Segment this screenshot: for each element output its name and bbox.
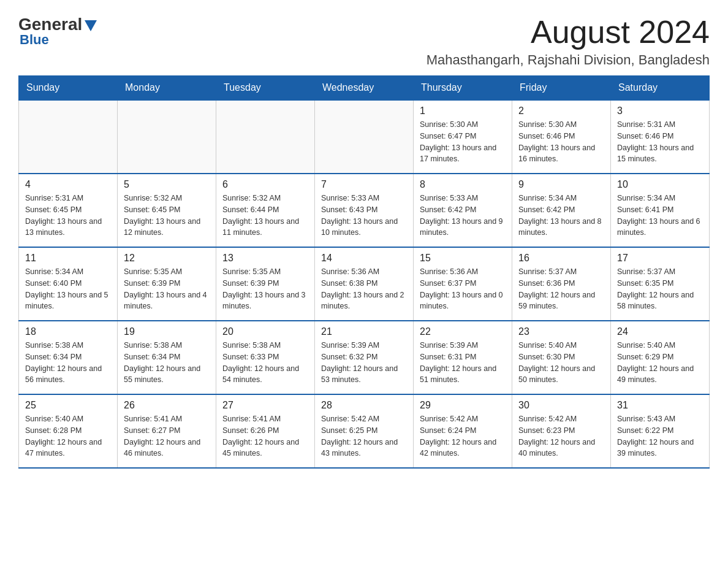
calendar-cell: [118, 100, 216, 174]
calendar-cell: 6Sunrise: 5:32 AM Sunset: 6:44 PM Daylig…: [216, 174, 315, 247]
day-number: 20: [222, 326, 308, 337]
page-header: General Blue August 2024 Mahasthangarh, …: [18, 15, 710, 68]
day-info: Sunrise: 5:40 AM Sunset: 6:30 PM Dayligh…: [518, 340, 604, 386]
calendar-cell: 26Sunrise: 5:41 AM Sunset: 6:27 PM Dayli…: [118, 394, 216, 468]
day-info: Sunrise: 5:38 AM Sunset: 6:34 PM Dayligh…: [124, 340, 210, 386]
day-number: 2: [518, 105, 604, 117]
day-info: Sunrise: 5:40 AM Sunset: 6:29 PM Dayligh…: [617, 340, 703, 386]
day-number: 30: [518, 400, 604, 411]
day-number: 1: [420, 105, 506, 117]
calendar-header-wednesday: Wednesday: [315, 76, 414, 101]
day-info: Sunrise: 5:30 AM Sunset: 6:46 PM Dayligh…: [518, 119, 604, 165]
calendar-cell: 10Sunrise: 5:34 AM Sunset: 6:41 PM Dayli…: [611, 174, 710, 247]
day-number: 31: [617, 400, 703, 411]
calendar-week-row: 4Sunrise: 5:31 AM Sunset: 6:45 PM Daylig…: [19, 174, 710, 247]
calendar-cell: 28Sunrise: 5:42 AM Sunset: 6:25 PM Dayli…: [315, 394, 414, 468]
day-info: Sunrise: 5:34 AM Sunset: 6:40 PM Dayligh…: [25, 266, 111, 312]
calendar-cell: [315, 100, 414, 174]
day-number: 14: [321, 253, 407, 264]
day-number: 9: [518, 179, 604, 190]
calendar-cell: 5Sunrise: 5:32 AM Sunset: 6:45 PM Daylig…: [118, 174, 216, 247]
day-number: 8: [420, 179, 506, 190]
day-info: Sunrise: 5:39 AM Sunset: 6:32 PM Dayligh…: [321, 340, 407, 386]
day-number: 10: [617, 179, 703, 190]
day-number: 19: [124, 326, 210, 337]
day-info: Sunrise: 5:41 AM Sunset: 6:26 PM Dayligh…: [222, 413, 308, 459]
calendar-week-row: 1Sunrise: 5:30 AM Sunset: 6:47 PM Daylig…: [19, 100, 710, 174]
calendar-cell: 31Sunrise: 5:43 AM Sunset: 6:22 PM Dayli…: [611, 394, 710, 468]
calendar-cell: 12Sunrise: 5:35 AM Sunset: 6:39 PM Dayli…: [118, 247, 216, 321]
day-number: 16: [518, 253, 604, 264]
day-info: Sunrise: 5:42 AM Sunset: 6:23 PM Dayligh…: [518, 413, 604, 459]
day-number: 3: [617, 105, 703, 117]
day-number: 27: [222, 400, 308, 411]
day-number: 28: [321, 400, 407, 411]
day-info: Sunrise: 5:31 AM Sunset: 6:46 PM Dayligh…: [617, 119, 703, 165]
calendar-cell: 25Sunrise: 5:40 AM Sunset: 6:28 PM Dayli…: [19, 394, 118, 468]
calendar-header-monday: Monday: [118, 76, 216, 101]
day-info: Sunrise: 5:35 AM Sunset: 6:39 PM Dayligh…: [124, 266, 210, 312]
calendar-cell: 15Sunrise: 5:36 AM Sunset: 6:37 PM Dayli…: [414, 247, 512, 321]
calendar-cell: 22Sunrise: 5:39 AM Sunset: 6:31 PM Dayli…: [414, 321, 512, 394]
calendar-cell: 16Sunrise: 5:37 AM Sunset: 6:36 PM Dayli…: [512, 247, 611, 321]
day-info: Sunrise: 5:41 AM Sunset: 6:27 PM Dayligh…: [124, 413, 210, 459]
calendar-cell: [19, 100, 118, 174]
day-info: Sunrise: 5:33 AM Sunset: 6:42 PM Dayligh…: [420, 193, 506, 239]
calendar-cell: 29Sunrise: 5:42 AM Sunset: 6:24 PM Dayli…: [414, 394, 512, 468]
day-number: 21: [321, 326, 407, 337]
calendar-cell: 27Sunrise: 5:41 AM Sunset: 6:26 PM Dayli…: [216, 394, 315, 468]
month-year-title: August 2024: [427, 15, 710, 50]
title-block: August 2024 Mahasthangarh, Rajshahi Divi…: [427, 15, 710, 68]
calendar-cell: [216, 100, 315, 174]
day-number: 6: [222, 179, 308, 190]
day-info: Sunrise: 5:32 AM Sunset: 6:45 PM Dayligh…: [124, 193, 210, 239]
day-info: Sunrise: 5:40 AM Sunset: 6:28 PM Dayligh…: [25, 413, 111, 459]
day-number: 7: [321, 179, 407, 190]
day-number: 12: [124, 253, 210, 264]
day-number: 18: [25, 326, 111, 337]
calendar-cell: 13Sunrise: 5:35 AM Sunset: 6:39 PM Dayli…: [216, 247, 315, 321]
location-subtitle: Mahasthangarh, Rajshahi Division, Bangla…: [427, 52, 710, 68]
day-number: 23: [518, 326, 604, 337]
calendar-cell: 19Sunrise: 5:38 AM Sunset: 6:34 PM Dayli…: [118, 321, 216, 394]
calendar-cell: 24Sunrise: 5:40 AM Sunset: 6:29 PM Dayli…: [611, 321, 710, 394]
calendar-week-row: 11Sunrise: 5:34 AM Sunset: 6:40 PM Dayli…: [19, 247, 710, 321]
day-info: Sunrise: 5:34 AM Sunset: 6:42 PM Dayligh…: [518, 193, 604, 239]
logo-blue-text: Blue: [18, 32, 49, 48]
day-info: Sunrise: 5:36 AM Sunset: 6:38 PM Dayligh…: [321, 266, 407, 312]
calendar-cell: 17Sunrise: 5:37 AM Sunset: 6:35 PM Dayli…: [611, 247, 710, 321]
calendar-cell: 7Sunrise: 5:33 AM Sunset: 6:43 PM Daylig…: [315, 174, 414, 247]
day-number: 5: [124, 179, 210, 190]
day-number: 22: [420, 326, 506, 337]
day-info: Sunrise: 5:43 AM Sunset: 6:22 PM Dayligh…: [617, 413, 703, 459]
calendar-header-friday: Friday: [512, 76, 611, 101]
calendar-cell: 23Sunrise: 5:40 AM Sunset: 6:30 PM Dayli…: [512, 321, 611, 394]
day-info: Sunrise: 5:42 AM Sunset: 6:24 PM Dayligh…: [420, 413, 506, 459]
logo: General Blue: [18, 15, 97, 48]
day-number: 24: [617, 326, 703, 337]
logo-triangle-icon: [85, 20, 97, 31]
day-info: Sunrise: 5:30 AM Sunset: 6:47 PM Dayligh…: [420, 119, 506, 165]
day-info: Sunrise: 5:39 AM Sunset: 6:31 PM Dayligh…: [420, 340, 506, 386]
calendar-cell: 9Sunrise: 5:34 AM Sunset: 6:42 PM Daylig…: [512, 174, 611, 247]
day-info: Sunrise: 5:36 AM Sunset: 6:37 PM Dayligh…: [420, 266, 506, 312]
calendar-header-tuesday: Tuesday: [216, 76, 315, 101]
day-info: Sunrise: 5:38 AM Sunset: 6:34 PM Dayligh…: [25, 340, 111, 386]
calendar-header-thursday: Thursday: [414, 76, 512, 101]
day-info: Sunrise: 5:37 AM Sunset: 6:35 PM Dayligh…: [617, 266, 703, 312]
calendar-cell: 20Sunrise: 5:38 AM Sunset: 6:33 PM Dayli…: [216, 321, 315, 394]
calendar-cell: 30Sunrise: 5:42 AM Sunset: 6:23 PM Dayli…: [512, 394, 611, 468]
day-number: 15: [420, 253, 506, 264]
calendar-cell: 21Sunrise: 5:39 AM Sunset: 6:32 PM Dayli…: [315, 321, 414, 394]
day-info: Sunrise: 5:34 AM Sunset: 6:41 PM Dayligh…: [617, 193, 703, 239]
calendar-header-sunday: Sunday: [19, 76, 118, 101]
day-number: 11: [25, 253, 111, 264]
calendar-cell: 4Sunrise: 5:31 AM Sunset: 6:45 PM Daylig…: [19, 174, 118, 247]
calendar-header-row: SundayMondayTuesdayWednesdayThursdayFrid…: [19, 76, 710, 101]
calendar-week-row: 18Sunrise: 5:38 AM Sunset: 6:34 PM Dayli…: [19, 321, 710, 394]
calendar-cell: 11Sunrise: 5:34 AM Sunset: 6:40 PM Dayli…: [19, 247, 118, 321]
calendar-cell: 18Sunrise: 5:38 AM Sunset: 6:34 PM Dayli…: [19, 321, 118, 394]
day-info: Sunrise: 5:42 AM Sunset: 6:25 PM Dayligh…: [321, 413, 407, 459]
calendar-week-row: 25Sunrise: 5:40 AM Sunset: 6:28 PM Dayli…: [19, 394, 710, 468]
day-number: 29: [420, 400, 506, 411]
